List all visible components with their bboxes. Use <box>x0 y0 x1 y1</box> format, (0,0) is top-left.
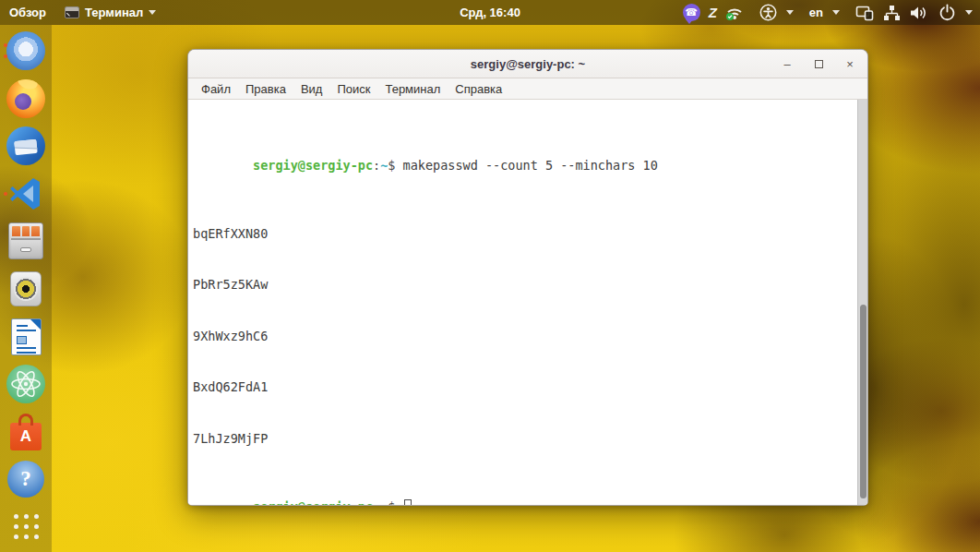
terminal-output-line: 9XhWxz9hC6 <box>193 328 851 345</box>
command-text: makepasswd --count 5 --minchars 10 <box>403 158 658 173</box>
terminal-window: sergiy@sergiy-pc: ~ – × Файл Правка Вид … <box>187 49 868 506</box>
running-indicator <box>4 43 7 47</box>
volume-icon <box>910 5 929 21</box>
terminal-content[interactable]: sergiy@sergiy-pc:~$makepasswd --count 5 … <box>188 100 867 505</box>
chromium-icon <box>6 31 45 70</box>
app-menu-label: Терминал <box>85 6 143 19</box>
terminal-scrollbar[interactable] <box>857 100 867 505</box>
dock-item-atom[interactable] <box>2 362 50 406</box>
writer-document-icon <box>11 318 42 355</box>
thunderbird-icon <box>6 126 45 165</box>
menu-edit[interactable]: Правка <box>238 82 293 96</box>
menu-bar: Файл Правка Вид Поиск Терминал Справка <box>188 78 867 100</box>
chevron-down-icon <box>786 10 794 15</box>
chevron-down-icon <box>149 10 156 15</box>
app-menu[interactable]: Терминал <box>55 0 165 25</box>
accessibility-icon <box>759 4 777 21</box>
maximize-button[interactable] <box>810 55 827 72</box>
viber-icon[interactable]: ☎ <box>683 4 700 21</box>
screen-share-icon <box>855 5 874 21</box>
terminal-line-command: sergiy@sergiy-pc:~$makepasswd --count 5 … <box>193 139 851 191</box>
scrollbar-thumb[interactable] <box>860 305 866 499</box>
terminal-line-prompt: sergiy@sergiy-pc:~$ <box>193 481 851 506</box>
close-button[interactable]: × <box>842 55 858 72</box>
prompt-user-host: sergiy@sergiy-pc <box>253 499 373 507</box>
dock-item-files[interactable] <box>2 219 50 263</box>
terminal-output-line: PbRr5z5KAw <box>193 276 851 294</box>
maximize-icon <box>815 60 823 68</box>
dock-item-chromium[interactable] <box>2 29 50 73</box>
wifi-connected-icon[interactable] <box>725 5 744 21</box>
desktop: Обзор Терминал Срд, 16:40 ☎ Z <box>0 0 980 552</box>
dock: A ? <box>0 25 52 552</box>
terminal-icon <box>65 6 79 18</box>
system-status-menu[interactable] <box>855 4 973 21</box>
dock-item-rhythmbox[interactable] <box>2 267 50 311</box>
terminal-output-line: 7LhJz9MjFP <box>193 430 851 448</box>
language-label: en <box>809 6 823 19</box>
chevron-down-icon <box>965 10 973 15</box>
window-title: sergiy@sergiy-pc: ~ <box>471 57 585 71</box>
vscode-icon <box>7 175 44 212</box>
wired-network-icon <box>883 5 901 21</box>
speaker-icon <box>10 271 42 306</box>
menu-view[interactable]: Вид <box>293 82 330 96</box>
running-indicator <box>4 54 7 58</box>
terminal-output-line: BxdQ62FdA1 <box>193 378 851 396</box>
running-indicator <box>4 192 7 196</box>
dock-item-vscode[interactable] <box>2 172 50 216</box>
dock-item-thunderbird[interactable] <box>2 124 50 168</box>
menu-file[interactable]: Файл <box>194 82 238 96</box>
terminal-cursor <box>404 499 412 507</box>
file-cabinet-icon <box>8 222 43 259</box>
menu-terminal[interactable]: Терминал <box>377 82 448 96</box>
accessibility-menu[interactable] <box>759 4 794 21</box>
dock-item-libreoffice-writer[interactable] <box>2 315 50 359</box>
dock-item-ubuntu-software[interactable]: A <box>2 410 50 454</box>
top-bar: Обзор Терминал Срд, 16:40 ☎ Z <box>0 0 980 25</box>
help-icon: ? <box>7 461 44 498</box>
chevron-down-icon <box>832 10 840 15</box>
window-titlebar[interactable]: sergiy@sergiy-pc: ~ – × <box>188 50 867 78</box>
terminal-output-line: bqERfXXN80 <box>193 225 851 243</box>
z-app-icon[interactable]: Z <box>709 5 717 20</box>
software-bag-icon: A <box>10 414 42 450</box>
atom-icon <box>6 365 45 403</box>
minimize-button[interactable]: – <box>779 55 795 72</box>
dock-item-help[interactable]: ? <box>2 457 50 501</box>
menu-search[interactable]: Поиск <box>329 82 377 96</box>
prompt-user-host: sergiy@sergiy-pc <box>253 158 373 173</box>
dock-item-firefox[interactable] <box>2 77 50 121</box>
clock[interactable]: Срд, 16:40 <box>450 0 530 25</box>
menu-help[interactable]: Справка <box>448 82 509 96</box>
show-applications-button[interactable] <box>2 505 50 549</box>
language-menu[interactable]: en <box>809 6 840 19</box>
activities-button[interactable]: Обзор <box>0 0 55 25</box>
power-icon <box>938 4 956 21</box>
app-grid-icon <box>14 514 39 539</box>
firefox-icon <box>6 79 45 118</box>
